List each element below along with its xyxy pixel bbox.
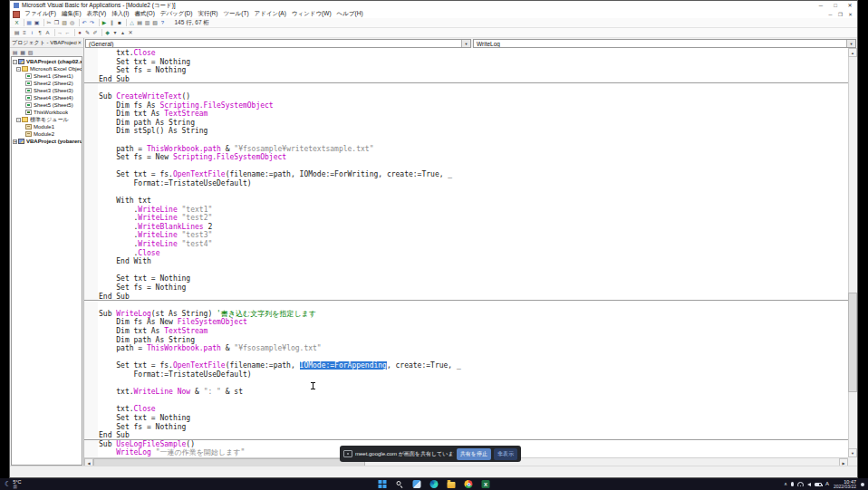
scroll-up-icon[interactable]: ▲ (848, 48, 857, 57)
code-line[interactable]: txt.Close (99, 405, 848, 414)
save-icon[interactable]: ▣ (34, 19, 40, 27)
outdent-icon[interactable]: ← (64, 29, 71, 37)
edge-icon[interactable] (430, 480, 439, 488)
weather-widget[interactable]: ☾ 5°C 曇 (5, 478, 21, 490)
volume-icon[interactable] (807, 483, 811, 486)
code-line[interactable]: .WriteLine "test3" (99, 231, 848, 240)
code-line[interactable]: Format:=TristateUseDefault) (99, 179, 848, 188)
tree-item-sheet5[interactable]: Sheet5 (Sheet5) (12, 101, 82, 109)
uncomment-block-icon[interactable]: ✐ (92, 29, 99, 37)
tree-item-sheet4[interactable]: Sheet4 (Sheet4) (12, 94, 82, 101)
code-line[interactable]: .WriteBlankLines 2 (99, 223, 848, 232)
tree-item-sheet2[interactable]: Sheet2 (Sheet2) (12, 80, 82, 87)
code-line[interactable]: Sub WriteLog(st As String) '書き込む文字列を指定しま… (99, 310, 848, 319)
mic-icon[interactable] (791, 482, 794, 486)
tree-item-sheet3[interactable]: Sheet3 (Sheet3) (12, 87, 82, 94)
code-line[interactable]: End Sub (99, 293, 848, 302)
expand-icon[interactable]: + (13, 139, 17, 144)
menu-tools[interactable]: ツール(T) (220, 10, 251, 18)
code-line[interactable]: Set txt = Nothing (99, 58, 848, 67)
ime-indicator[interactable]: A (825, 478, 829, 490)
next-bookmark-icon[interactable]: ▾ (112, 29, 119, 37)
code-line[interactable]: .WriteLine "test2" (99, 214, 848, 223)
menu-run[interactable]: 実行(R) (195, 10, 220, 18)
run-icon[interactable]: ▶ (101, 19, 108, 27)
code-line[interactable]: Dim fs As Scripting.FileSystemObject (99, 101, 848, 110)
list-constants-icon[interactable]: ≡ (22, 29, 28, 37)
hide-button[interactable]: 非表示 (494, 448, 517, 460)
code-line[interactable]: Set txt = fs.OpenTextFile(filename:=path… (99, 170, 848, 179)
tree-item-module2[interactable]: Module2 (12, 130, 82, 138)
parameter-info-icon[interactable]: ¶ (37, 29, 43, 37)
cut-icon[interactable]: ✂ (46, 19, 53, 27)
chevron-down-icon[interactable]: ▼ (461, 40, 470, 47)
previous-bookmark-icon[interactable]: ▴ (120, 29, 126, 37)
comment-block-icon[interactable]: ✎ (84, 29, 91, 37)
code-line[interactable]: Dim txt As TextStream (99, 327, 848, 336)
child-restore-button[interactable]: ❐ (835, 12, 845, 17)
code-line[interactable]: txt.Close (99, 49, 848, 58)
collapse-icon[interactable]: - (16, 118, 21, 122)
taskbar-clock[interactable]: 10:47 2022/03/22 (834, 479, 856, 490)
project-panel-close-icon[interactable]: ✕ (77, 40, 82, 45)
chevron-down-icon[interactable]: ▼ (846, 40, 855, 47)
paste-icon[interactable]: ▨ (62, 19, 68, 27)
quick-info-icon[interactable]: i (29, 29, 35, 37)
project-explorer-icon[interactable]: ▤ (137, 19, 143, 27)
menu-window[interactable]: ウィンドウ(W) (289, 10, 334, 18)
code-line[interactable]: End Sub (99, 431, 848, 440)
code-line[interactable]: .WriteLine "test4" (99, 240, 848, 249)
object-dropdown[interactable]: (General) ▼ (85, 39, 471, 48)
notification-icon[interactable] (861, 483, 864, 486)
view-excel-icon[interactable]: X (14, 19, 20, 27)
code-line[interactable]: path = ThisWorkbook.path & "¥fsosample¥l… (99, 344, 848, 353)
code-line[interactable] (99, 353, 848, 362)
clear-bookmarks-icon[interactable]: ✕ (128, 29, 134, 37)
menu-file[interactable]: ファイル(F) (22, 10, 59, 18)
code-line[interactable] (99, 266, 848, 275)
tree-item-vbaproject-yobareru[interactable]: +VBAProject (yobareru (12, 138, 82, 145)
vertical-scrollbar[interactable]: ▲ ▼ (848, 48, 857, 457)
code-line[interactable]: Dim path As String (99, 336, 848, 345)
code-line[interactable] (99, 301, 848, 310)
toggle-folders-icon[interactable]: ▧ (27, 49, 34, 56)
view-object-icon[interactable]: ▦ (20, 49, 26, 56)
search-icon[interactable] (396, 480, 404, 488)
menu-insert[interactable]: 挿入(I) (109, 10, 131, 18)
battery-icon[interactable] (815, 483, 822, 486)
reset-icon[interactable]: ■ (117, 19, 123, 27)
child-minimize-button[interactable]: ─ (825, 12, 835, 17)
code-line[interactable]: Set fs = New Scripting.FileSystemObject (99, 153, 848, 162)
indent-icon[interactable]: → (57, 29, 63, 37)
collapse-icon[interactable]: - (13, 60, 17, 64)
tray-chevron-up-icon[interactable]: ∧ (784, 478, 787, 490)
code-line[interactable]: .WriteLine "text1" (99, 206, 848, 215)
tree-item-sheet1[interactable]: Sheet1 (Sheet1) (12, 72, 82, 80)
wifi-icon[interactable] (797, 482, 804, 486)
menu-debug[interactable]: デバッグ(D) (158, 10, 196, 18)
code-line[interactable] (99, 380, 848, 389)
tree-item-std-modules[interactable]: -標準モジュール (12, 116, 82, 123)
menu-view[interactable]: 表示(V) (84, 10, 110, 18)
toggle-breakpoint-icon[interactable]: ● (77, 29, 83, 37)
close-button[interactable]: ✕ (843, 1, 857, 10)
properties-window-icon[interactable]: ▥ (144, 19, 150, 27)
code-line[interactable] (99, 136, 848, 145)
procedure-dropdown[interactable]: WriteLog ▼ (473, 39, 856, 48)
widgets-icon[interactable] (413, 480, 421, 488)
code-line[interactable]: End Sub (99, 75, 848, 84)
code-line[interactable]: path = ThisWorkbook.path & "¥fsosample¥w… (99, 145, 848, 154)
insert-userform-icon[interactable]: ▦ (26, 19, 33, 27)
code-line[interactable] (99, 397, 848, 406)
code-line[interactable]: Dim stSpl() As String (99, 127, 848, 136)
code-line[interactable]: Sub CreateWriteText() (99, 92, 848, 101)
menu-help[interactable]: ヘルプ(H) (334, 10, 366, 18)
view-code-icon[interactable]: ▤ (12, 49, 18, 56)
menu-addins[interactable]: アドイン(A) (252, 10, 289, 18)
code-line[interactable]: Set fs = Nothing (99, 423, 848, 432)
undo-icon[interactable]: ↶ (82, 19, 88, 27)
code-line[interactable] (99, 162, 848, 171)
code-line[interactable]: txt.WriteLine Now & ": " & st (99, 388, 848, 397)
object-browser-icon[interactable]: ▧ (152, 19, 159, 27)
stop-sharing-button[interactable]: 共有を停止 (457, 448, 491, 460)
